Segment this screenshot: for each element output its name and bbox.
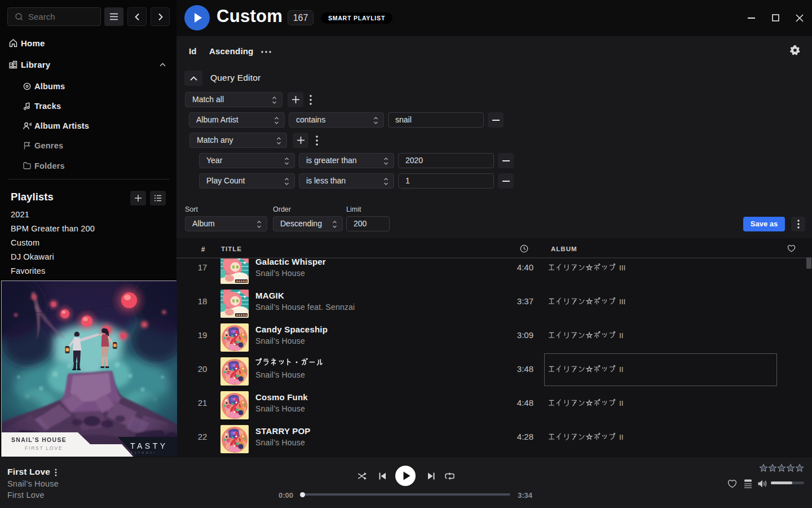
- svg-text:FIRST LOVE: FIRST LOVE: [25, 445, 63, 451]
- svg-text:II: II: [619, 433, 624, 441]
- svg-text:SNAIL’S HOUSE: SNAIL’S HOUSE: [11, 436, 67, 443]
- svg-text:III: III: [619, 297, 625, 306]
- svg-text:BSTMMXI: BSTMMXI: [131, 451, 156, 454]
- svg-text:III: III: [619, 264, 625, 272]
- svg-text:TASTY: TASTY: [130, 441, 168, 450]
- svg-text:II: II: [619, 399, 624, 408]
- svg-text:II: II: [619, 331, 624, 340]
